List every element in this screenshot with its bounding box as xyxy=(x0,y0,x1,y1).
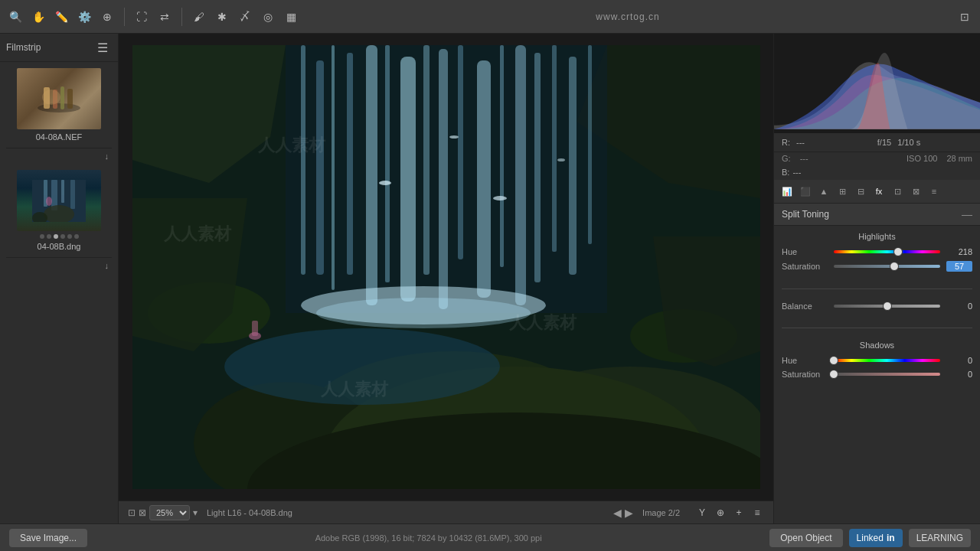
plus-icon[interactable]: + xyxy=(732,506,746,520)
tab-histogram[interactable]: 📊 xyxy=(779,183,795,200)
crosshair-tool[interactable]: ⊕ xyxy=(98,8,116,26)
tab-tone[interactable]: ▲ xyxy=(815,183,832,200)
shadows-saturation-thumb[interactable] xyxy=(829,370,838,379)
zoom-in-icon[interactable]: ⊡ xyxy=(128,507,136,518)
highlights-hue-label: Hue xyxy=(782,247,828,256)
share-icon[interactable]: ⊕ xyxy=(714,506,727,520)
highlights-saturation-row: Saturation 57 xyxy=(782,261,972,272)
heal-tool[interactable]: ✱ xyxy=(213,8,231,26)
hand-tool[interactable]: ✋ xyxy=(29,8,47,26)
tab-basic[interactable]: ⬛ xyxy=(797,183,814,200)
filmstrip-expand-icon[interactable]: ↓ xyxy=(105,152,109,161)
filmstrip-items: 04-08A.NEF ↓ xyxy=(0,62,118,523)
dot-3 xyxy=(54,234,58,239)
histogram-area xyxy=(774,34,980,133)
svg-rect-24 xyxy=(400,57,416,302)
balance-thumb[interactable] xyxy=(883,302,892,311)
panel-collapse-icon[interactable]: — xyxy=(962,208,972,220)
zoom-tool[interactable]: 🔍 xyxy=(6,8,24,26)
image-counter: Image 2/2 xyxy=(642,508,680,517)
svg-point-13 xyxy=(46,197,52,206)
y-icon[interactable]: Y xyxy=(695,506,709,520)
zoom-select[interactable]: 25% xyxy=(149,505,190,520)
balance-track-wrap xyxy=(834,305,940,308)
next-image-button[interactable]: ▶ xyxy=(625,507,633,519)
shadows-hue-track[interactable] xyxy=(834,359,940,362)
svg-point-48 xyxy=(449,135,459,139)
learning-button[interactable]: LEARNING xyxy=(909,529,971,547)
divider-1 xyxy=(782,289,972,289)
waterfall-svg xyxy=(132,45,760,489)
bottom-left: Save Image... xyxy=(9,529,87,547)
histogram-svg xyxy=(774,34,980,133)
highlights-saturation-thumb[interactable] xyxy=(890,262,899,271)
r-value: --- xyxy=(796,138,871,147)
tab-detail[interactable]: ⊟ xyxy=(852,183,869,200)
sliders-icon[interactable]: ≡ xyxy=(750,506,764,520)
art-supplies-svg xyxy=(36,83,82,114)
shadows-hue-value: 0 xyxy=(946,356,972,365)
window-icon[interactable]: ⊡ xyxy=(956,8,974,26)
filmstrip-expand-icon-2[interactable]: ↓ xyxy=(105,261,109,270)
shadows-hue-thumb[interactable] xyxy=(829,356,838,365)
thumb-waterfall-detail xyxy=(17,170,101,231)
b-value: --- xyxy=(792,168,801,177)
svg-rect-27 xyxy=(458,45,463,259)
svg-rect-21 xyxy=(347,53,353,275)
r-label: R: xyxy=(782,138,790,147)
svg-rect-33 xyxy=(569,57,577,275)
linkedin-button[interactable]: Linked in xyxy=(849,529,903,547)
svg-rect-22 xyxy=(366,45,377,305)
tab-more[interactable]: ≡ xyxy=(926,183,942,200)
highlights-saturation-value[interactable]: 57 xyxy=(946,261,972,272)
tab-lens[interactable]: ⊡ xyxy=(889,183,906,200)
highlights-hue-thumb[interactable] xyxy=(893,247,903,256)
dot-5 xyxy=(67,234,72,239)
open-object-button[interactable]: Open Object xyxy=(769,529,842,547)
b-label: B: xyxy=(782,168,789,177)
nav-arrows: ◀ ▶ xyxy=(613,507,633,519)
pencil-tool[interactable]: ✏️ xyxy=(52,8,70,26)
linkedin-in: in xyxy=(887,533,895,543)
filmstrip-menu-icon[interactable]: ☰ xyxy=(93,38,112,57)
zoom-out-icon[interactable]: ⊠ xyxy=(139,507,146,518)
dot-6 xyxy=(74,234,79,239)
balance-group: Balance 0 xyxy=(774,295,980,321)
balance-track[interactable] xyxy=(834,305,940,308)
svg-rect-20 xyxy=(332,45,335,290)
waterfall-thumb-svg xyxy=(32,180,86,222)
pen-tool[interactable]: 〆 xyxy=(236,8,254,26)
prev-image-button[interactable]: ◀ xyxy=(613,507,622,519)
tab-effects[interactable]: fx xyxy=(871,183,887,200)
shadows-hue-label: Hue xyxy=(782,356,828,365)
waterfall-background: 人人素材 人人素材 人人素材 人人素材 xyxy=(132,45,760,489)
highlights-saturation-track-wrap xyxy=(834,265,940,268)
tab-calibration[interactable]: ⊠ xyxy=(907,183,924,200)
filmstrip-label-2: 04-08B.dng xyxy=(38,242,81,251)
svg-rect-34 xyxy=(588,45,592,244)
filmstrip-item-1[interactable]: 04-08A.NEF xyxy=(6,68,112,142)
brush-tool[interactable]: 🖌 xyxy=(190,8,208,26)
shadows-group: Shadows Hue 0 Saturation xyxy=(774,334,980,390)
tab-color[interactable]: ⊞ xyxy=(834,183,851,200)
svg-rect-18 xyxy=(301,45,305,275)
overlay-tool[interactable]: ▦ xyxy=(282,8,300,26)
svg-rect-23 xyxy=(385,45,390,282)
shadows-saturation-track[interactable] xyxy=(834,373,940,376)
highlights-hue-track[interactable] xyxy=(834,250,940,253)
zoom-chevron[interactable]: ▾ xyxy=(193,507,198,518)
crop-tool[interactable]: ⛶ xyxy=(132,8,151,26)
flip-tool[interactable]: ⇄ xyxy=(155,8,174,26)
shutter-value: 1/10 s xyxy=(897,138,972,147)
svg-point-5 xyxy=(42,90,60,105)
filmstrip-item-2[interactable]: 04-08B.dng xyxy=(6,170,112,251)
save-image-button[interactable]: Save Image... xyxy=(9,529,87,547)
svg-rect-25 xyxy=(423,45,430,275)
dot-1 xyxy=(40,234,44,239)
spot-tool[interactable]: ◎ xyxy=(259,8,277,26)
svg-rect-30 xyxy=(515,45,526,305)
highlights-saturation-track[interactable] xyxy=(834,265,940,268)
clone-tool[interactable]: ⚙️ xyxy=(75,8,93,26)
canvas-image[interactable]: 人人素材 人人素材 人人素材 人人素材 xyxy=(119,34,773,500)
main-content: Filmstrip ☰ xyxy=(0,34,980,523)
